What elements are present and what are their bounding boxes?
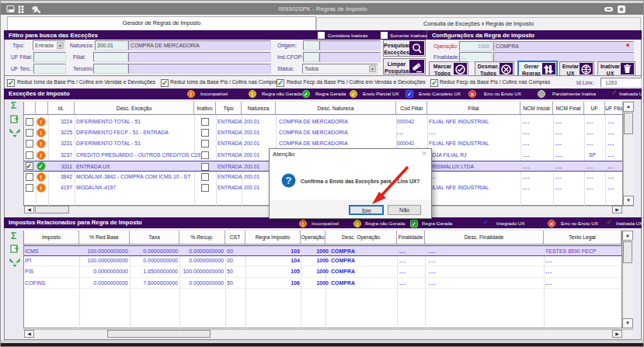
svg-text:?: ? — [286, 175, 292, 186]
